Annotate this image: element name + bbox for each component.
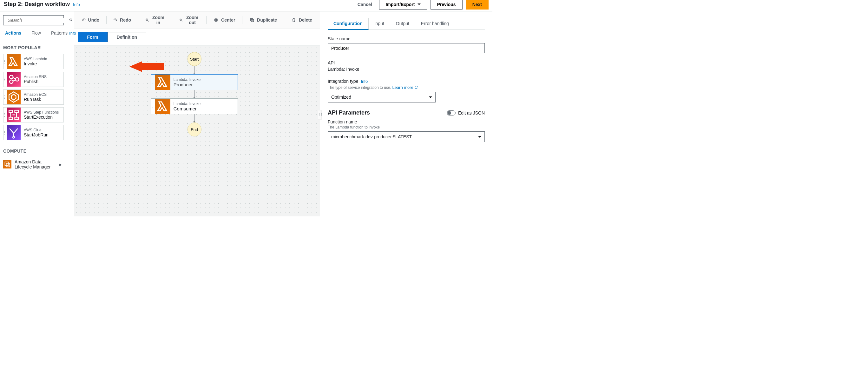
collapse-sidebar-icon[interactable]: « [69, 16, 72, 23]
config-tabs: Configuration Input Output Error handlin… [328, 18, 485, 30]
search-input[interactable] [8, 18, 64, 23]
header-actions: Cancel Import/Export Previous Next [354, 0, 489, 9]
action-service: Amazon ECS [24, 92, 46, 97]
svg-rect-18 [6, 163, 10, 167]
action-sns-publish[interactable]: Amazon SNS Publish [3, 72, 64, 87]
tab-configuration[interactable]: Configuration [328, 18, 369, 30]
function-help: The Lambda function to invoke [328, 125, 485, 129]
page-header: Step 2: Design workflow Info Cancel Impo… [0, 0, 492, 11]
zoom-out-button[interactable]: Zoom out [173, 14, 206, 25]
end-node[interactable]: End [187, 123, 202, 136]
integration-value: Optimized [331, 95, 351, 100]
page-title: Step 2: Design workflow Info [4, 1, 80, 8]
flow-graph: Start Lambda: Invoke Producer [151, 52, 238, 136]
svg-line-6 [13, 80, 15, 81]
integration-info-link[interactable]: Info [361, 79, 368, 84]
action-name: StartExecution [24, 115, 59, 120]
separator [106, 16, 106, 24]
action-sfn-startexecution[interactable]: AWS Step Functions StartExecution [3, 107, 64, 123]
function-name-select[interactable]: microbenchmark-dev-producer:$LATEST [328, 131, 485, 142]
tab-patterns-label: Patterns [51, 30, 68, 35]
duplicate-button[interactable]: Duplicate [243, 14, 283, 25]
inspector-panel: Configuration Input Output Error handlin… [320, 11, 492, 216]
edit-as-json-toggle[interactable]: Edit as JSON [447, 110, 485, 116]
sidebar-tabs: Actions Flow Patterns Info [0, 27, 67, 39]
undo-button[interactable]: ↶Undo [75, 14, 106, 25]
lambda-icon [7, 54, 21, 69]
svg-rect-12 [15, 117, 19, 119]
action-ecs-runtask[interactable]: Amazon ECS RunTask [3, 90, 64, 105]
ecs-icon [7, 90, 21, 104]
learn-more-link[interactable]: Learn more [392, 85, 418, 90]
compute-label: COMPUTE [3, 149, 64, 154]
edit-json-label: Edit as JSON [458, 110, 485, 116]
step-title: Step 2: Design workflow [4, 1, 70, 8]
import-export-button[interactable]: Import/Export [379, 0, 427, 9]
svg-rect-28 [250, 19, 252, 21]
external-link-icon [414, 85, 418, 89]
function-name-group: Function name The Lambda function to inv… [328, 119, 485, 142]
workflow-canvas[interactable]: Start Lambda: Invoke Producer [74, 46, 320, 216]
api-value: Lambda: Invoke [328, 67, 485, 72]
delete-icon [291, 18, 296, 23]
duplicate-icon [249, 18, 254, 23]
grip-icon [151, 74, 155, 90]
lambda-icon [155, 74, 170, 90]
center-label: Center [221, 18, 235, 23]
svg-rect-11 [9, 117, 12, 119]
api-label: API [328, 60, 485, 65]
action-text: AWS Glue StartJobRun [21, 128, 49, 137]
integration-label: Integration type [328, 79, 359, 84]
edge [194, 66, 194, 74]
svg-rect-10 [15, 110, 19, 112]
action-name: Invoke [24, 61, 47, 66]
action-lambda-invoke[interactable]: AWS Lambda Invoke [3, 54, 64, 69]
action-service: AWS Glue [24, 128, 49, 132]
grip-icon [3, 95, 7, 99]
search-input-wrapper[interactable] [3, 15, 64, 25]
node-text: Lambda: Invoke Producer [170, 74, 204, 90]
sidebar-compute-dlm[interactable]: Amazon Data Lifecycle Manager ▸ [3, 157, 64, 171]
start-node[interactable]: Start [187, 52, 202, 66]
edge [194, 90, 194, 98]
action-text: AWS Lambda Invoke [21, 57, 47, 66]
delete-button[interactable]: Delete [285, 14, 318, 25]
header-info-link[interactable]: Info [73, 2, 80, 7]
state-name-group: State name [328, 36, 485, 53]
separator [138, 16, 138, 24]
integration-type-select[interactable]: Optimized [328, 92, 436, 102]
tab-flow[interactable]: Flow [30, 27, 42, 39]
svg-rect-29 [251, 19, 253, 22]
next-button[interactable]: Next [466, 0, 489, 9]
svg-marker-8 [11, 94, 16, 100]
tab-error-handling[interactable]: Error handling [415, 18, 455, 30]
previous-button[interactable]: Previous [431, 0, 463, 9]
node-producer[interactable]: Lambda: Invoke Producer [151, 74, 238, 90]
api-group: API Lambda: Invoke [328, 60, 485, 72]
center-icon [214, 18, 219, 23]
action-service: AWS Step Functions [24, 110, 59, 115]
center-button[interactable]: Center [207, 14, 241, 25]
function-value: microbenchmark-dev-producer:$LATEST [331, 134, 412, 139]
action-glue-startjobrun[interactable]: AWS Glue StartJobRun [3, 125, 64, 140]
node-consumer[interactable]: Lambda: Invoke Comsumer [151, 98, 238, 114]
tab-actions[interactable]: Actions [4, 27, 23, 39]
import-export-label: Import/Export [386, 2, 415, 7]
view-tab-form[interactable]: Form [78, 32, 107, 42]
redo-button[interactable]: ↷Redo [107, 14, 137, 25]
svg-point-26 [215, 19, 217, 21]
glue-icon [7, 125, 21, 140]
state-name-input[interactable] [328, 43, 485, 53]
zoom-in-button[interactable]: Zoom in [139, 14, 171, 25]
cancel-button[interactable]: Cancel [354, 0, 376, 9]
state-name-label: State name [328, 36, 485, 41]
tab-input[interactable]: Input [369, 18, 390, 30]
caret-down-icon [478, 136, 481, 138]
compute-item-label: Amazon Data Lifecycle Manager [14, 159, 56, 169]
integration-help-text: The type of service integration to use. [328, 85, 391, 90]
view-tab-definition[interactable]: Definition [107, 32, 147, 42]
tab-output[interactable]: Output [390, 18, 415, 30]
sidebar-collapse-col: « [67, 11, 74, 216]
grip-icon [3, 113, 7, 117]
node-title: Producer [174, 82, 200, 87]
